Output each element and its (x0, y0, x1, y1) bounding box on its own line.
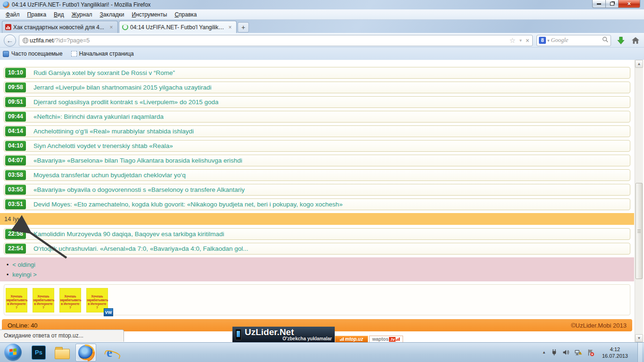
news-item[interactable]: 03:55 «Bavariya» obyavila o dogovorennos… (4, 184, 630, 196)
news-link[interactable]: Moyesda transferlar uchun byudjetdan che… (33, 172, 186, 179)
window-controls: × (592, 0, 640, 8)
scroll-down-arrow[interactable]: ▼ (635, 334, 643, 342)
news-item[interactable]: 10:10 Rudi Garsiya xotel biy soxranit De… (4, 67, 630, 79)
google-engine-icon[interactable]: 8 (539, 37, 546, 44)
url-host: uzfifa.net (30, 37, 54, 44)
uzlider-banner[interactable]: UzLider.Net O'zbekcha yuklamalar (232, 327, 335, 342)
news-time-badge: 03:51 (5, 199, 26, 209)
ad-banner[interactable]: Хочешь зарабатывать в Интернете ? VW (87, 288, 107, 312)
news-item[interactable]: 22:58 Kamoliddin Murzoyevda 90 daqiqa, B… (4, 228, 630, 240)
previous-page-link[interactable]: < oldingi (12, 261, 35, 268)
ad-line: Хочешь (60, 295, 81, 298)
news-item[interactable]: 22:54 O‘rtoqlik uchrashuvlari. «Arsenal»… (4, 243, 630, 255)
news-item[interactable]: 09:44 «Neftchi»: Birinchi davra yakunlar… (4, 111, 630, 123)
hidden-icons-chevron[interactable]: ▲ (542, 350, 546, 354)
vertical-scrollbar[interactable]: ▲ ▼ (635, 60, 643, 342)
action-center-flag-icon[interactable] (587, 349, 594, 356)
ad-banner-strip: Хочешь зарабатывать в Интернете ? Хочешь… (4, 284, 630, 315)
back-button[interactable]: ← (4, 34, 16, 47)
news-time-badge: 22:58 (5, 229, 26, 239)
home-button[interactable] (631, 36, 640, 45)
stop-icon[interactable]: × (526, 37, 529, 44)
taskbar-explorer[interactable] (52, 344, 73, 362)
menu-file[interactable]: Файл (2, 10, 24, 19)
tab-title: 04:14 UzFIFA.NET- Futbo'l Yangiliklari! (130, 24, 225, 31)
url-dropdown-icon[interactable]: ▾ (520, 38, 522, 43)
news-item[interactable]: 04:14 Anchelottining o‘g‘li «Real» murab… (4, 125, 630, 137)
menu-bookmarks[interactable]: Закладки (96, 10, 128, 19)
news-link[interactable]: Jerrard «Liverpul» bilan shartnomasini 2… (33, 84, 211, 91)
ad-line: Хочешь (6, 295, 27, 298)
ad-banner[interactable]: Хочешь зарабатывать в Интернете ? (33, 288, 54, 312)
vw-badge[interactable]: VW (104, 308, 113, 316)
news-link[interactable]: «Bavariya» obyavila o dogovorennosti s «… (33, 186, 245, 193)
new-tab-button[interactable]: + (238, 22, 249, 33)
search-input[interactable] (551, 37, 602, 44)
engine-dropdown-icon[interactable]: ▾ (547, 38, 550, 43)
scroll-up-arrow[interactable]: ▲ (635, 60, 643, 68)
next-page-link[interactable]: keyingi > (12, 271, 37, 278)
waptos-badge[interactable]: waptos .tv (369, 336, 403, 343)
ad-line: зарабатывать (60, 298, 81, 302)
search-box[interactable]: 8 ▾ (537, 35, 611, 46)
ad-banner[interactable]: Хочешь зарабатывать в Интернете ? (60, 288, 81, 312)
tab-uzfifa[interactable]: 04:14 UzFIFA.NET- Futbo'l Yangiliklari! … (119, 21, 237, 33)
power-plug-icon[interactable] (551, 349, 558, 356)
downloads-button[interactable] (616, 36, 626, 45)
minimize-button[interactable] (592, 0, 606, 8)
news-link[interactable]: Djerrard soglasilsya prodlit kontrakt s … (33, 99, 218, 106)
ad-line: Хочешь (33, 295, 54, 298)
default-favicon-icon (71, 51, 77, 57)
system-tray: ▲ 4:12 16.07.2013 (542, 343, 644, 362)
bookmark-home-page[interactable]: Начальная страница (71, 50, 134, 57)
tab-close-icon[interactable]: × (108, 24, 115, 31)
start-button[interactable] (4, 344, 22, 361)
network-icon[interactable] (574, 349, 582, 356)
browser-chrome: 04:14 UzFIFA.NET- Futbo'l Yangiliklari! … (0, 0, 644, 60)
menu-view[interactable]: Вид (50, 10, 68, 19)
news-link[interactable]: Siyn Anchelotti voydet v trenerskiy shta… (33, 142, 173, 149)
show-desktop-button[interactable] (637, 343, 642, 362)
news-link[interactable]: «Neftchi»: Birinchi davra yakunlari raqa… (33, 113, 164, 120)
mtop-badge[interactable]: mtop.uz (335, 336, 368, 343)
url-bar[interactable]: uzfifa.net /?id=?page=5 ☆ ▾ × (19, 35, 533, 46)
menu-history[interactable]: Журнал (68, 10, 96, 19)
taskbar-ie[interactable]: e (99, 344, 120, 362)
titlebar[interactable]: 04:14 UzFIFA.NET- Futbo'l Yangiliklari! … (0, 0, 644, 9)
ad-line: зарабатывать (33, 298, 54, 302)
news-item[interactable]: 03:51 Devid Moyes: «Eto zamechatelno, ko… (4, 198, 630, 210)
news-link[interactable]: Rudi Garsiya xotel biy soxranit De Rossi… (33, 69, 175, 76)
tab-dle-news[interactable]: Хак стандартных новостей для 4... × (2, 21, 118, 33)
news-item[interactable]: 09:51 Djerrard soglasilsya prodlit kontr… (4, 96, 630, 108)
restore-button[interactable] (606, 0, 619, 8)
close-button[interactable]: × (619, 0, 640, 8)
loading-spinner-icon (122, 24, 128, 30)
ad-banner[interactable]: Хочешь зарабатывать в Интернете ? (6, 288, 27, 312)
news-link[interactable]: Anchelottining o‘g‘li «Real» murabbiylar… (33, 128, 194, 135)
news-link[interactable]: Kamoliddin Murzoyevda 90 daqiqa, Baqoyev… (33, 230, 224, 238)
menu-tools[interactable]: Инструменты (128, 10, 171, 19)
menu-help[interactable]: Справка (171, 10, 200, 19)
taskbar-photoshop[interactable]: Ps (28, 344, 49, 362)
news-link[interactable]: «Bavariya» «Barselona» bilan Tiago Alkan… (33, 157, 242, 164)
taskbar-firefox[interactable] (75, 344, 96, 362)
bookmark-star-icon[interactable]: ☆ (509, 36, 515, 45)
taskbar-clock[interactable]: 4:12 16.07.2013 (602, 346, 628, 359)
search-magnifier-icon[interactable] (602, 36, 609, 45)
news-link[interactable]: Devid Moyes: «Eto zamechatelno, kogda kl… (33, 201, 343, 208)
news-item[interactable]: 04:10 Siyn Anchelotti voydet v trenerski… (4, 140, 630, 152)
bookmark-frequent[interactable]: Часто посещаемые (3, 50, 63, 57)
volume-icon[interactable] (562, 349, 570, 356)
windows-taskbar: Ps e ▲ 4:12 16.07.2013 (0, 342, 644, 362)
news-link[interactable]: O‘rtoqlik uchrashuvlari. «Arsenal»da 7:0… (33, 245, 248, 252)
windows-flag-icon (9, 348, 17, 356)
news-item[interactable]: 09:58 Jerrard «Liverpul» bilan shartnoma… (4, 82, 630, 93)
ad-line: в Интернете ? (60, 302, 81, 310)
globe-icon (22, 37, 29, 44)
menu-edit[interactable]: Правка (24, 10, 50, 19)
news-item[interactable]: 03:58 Moyesda transferlar uchun byudjetd… (4, 169, 630, 181)
news-item[interactable]: 04:07 «Bavariya» «Barselona» bilan Tiago… (4, 155, 630, 166)
tab-close-icon[interactable]: × (227, 24, 233, 31)
scrollbar-thumb[interactable] (636, 183, 643, 279)
clock-time: 4:12 (602, 346, 628, 353)
